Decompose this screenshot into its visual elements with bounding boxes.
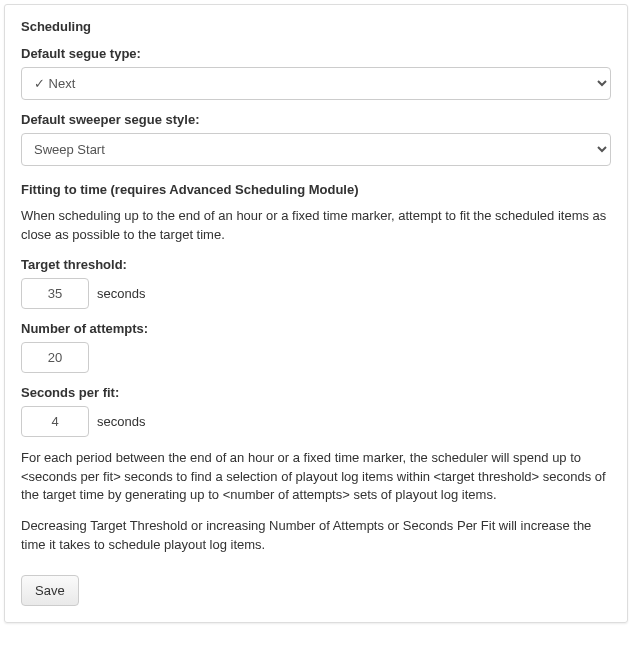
panel-title: Scheduling (21, 19, 611, 34)
seconds-per-fit-unit: seconds (97, 414, 145, 429)
target-threshold-unit: seconds (97, 286, 145, 301)
num-attempts-label: Number of attempts: (21, 321, 611, 336)
fitting-explain-2: Decreasing Target Threshold or increasin… (21, 517, 611, 555)
sweeper-style-select[interactable]: Sweep Start (21, 133, 611, 166)
segue-type-select[interactable]: ✓ Next (21, 67, 611, 100)
num-attempts-row (21, 342, 611, 373)
save-button[interactable]: Save (21, 575, 79, 606)
fitting-heading: Fitting to time (requires Advanced Sched… (21, 182, 611, 197)
segue-type-label: Default segue type: (21, 46, 611, 61)
seconds-per-fit-input[interactable] (21, 406, 89, 437)
num-attempts-input[interactable] (21, 342, 89, 373)
seconds-per-fit-row: seconds (21, 406, 611, 437)
seconds-per-fit-label: Seconds per fit: (21, 385, 611, 400)
scheduling-panel: Scheduling Default segue type: ✓ Next De… (4, 4, 628, 623)
sweeper-style-label: Default sweeper segue style: (21, 112, 611, 127)
target-threshold-row: seconds (21, 278, 611, 309)
fitting-intro: When scheduling up to the end of an hour… (21, 207, 611, 245)
target-threshold-label: Target threshold: (21, 257, 611, 272)
fitting-explain-1: For each period between the end of an ho… (21, 449, 611, 506)
target-threshold-input[interactable] (21, 278, 89, 309)
